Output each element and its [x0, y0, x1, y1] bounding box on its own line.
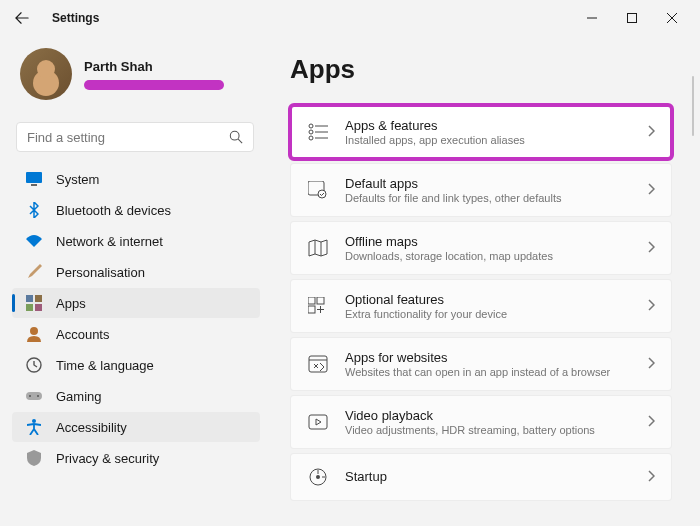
video-icon [307, 411, 329, 433]
default-apps-icon [307, 179, 329, 201]
svg-point-1 [230, 131, 239, 140]
card-optional-features[interactable]: Optional features Extra functionality fo… [290, 279, 672, 333]
card-offline-maps[interactable]: Offline maps Downloads, storage location… [290, 221, 672, 275]
sidebar-item-bluetooth[interactable]: Bluetooth & devices [12, 195, 260, 225]
card-body: Optional features Extra functionality fo… [345, 292, 631, 320]
maximize-icon [627, 13, 637, 23]
apps-websites-icon [307, 353, 329, 375]
main-panel: Apps Apps & features Installed apps, app… [262, 36, 700, 526]
card-body: Apps & features Installed apps, app exec… [345, 118, 631, 146]
back-arrow-icon [15, 11, 29, 25]
profile-info: Parth Shah [84, 59, 224, 90]
sidebar-item-label: Accounts [56, 327, 109, 342]
svg-rect-3 [31, 184, 37, 186]
card-title: Default apps [345, 176, 631, 191]
cards-list: Apps & features Installed apps, app exec… [290, 105, 672, 501]
search-icon [229, 130, 243, 144]
card-title: Apps & features [345, 118, 631, 133]
card-sub: Video adjustments, HDR streaming, batter… [345, 424, 631, 436]
apps-features-icon [307, 121, 329, 143]
svg-rect-4 [26, 295, 33, 302]
card-body: Startup [345, 469, 631, 485]
search-box[interactable] [16, 122, 254, 152]
svg-point-14 [309, 124, 313, 128]
system-icon [26, 171, 42, 187]
card-apps-websites[interactable]: Apps for websites Websites that can open… [290, 337, 672, 391]
card-sub: Installed apps, app execution aliases [345, 134, 631, 146]
minimize-icon [587, 13, 597, 23]
sidebar-item-label: Network & internet [56, 234, 163, 249]
sidebar-item-label: Time & language [56, 358, 154, 373]
svg-point-11 [29, 395, 31, 397]
window-controls [572, 2, 692, 34]
sidebar-item-privacy[interactable]: Privacy & security [12, 443, 260, 473]
svg-rect-20 [317, 297, 324, 304]
nav-list: System Bluetooth & devices Network & int… [12, 164, 260, 473]
svg-rect-10 [26, 392, 42, 400]
scrollbar[interactable] [692, 76, 694, 136]
card-startup[interactable]: Startup [290, 453, 672, 501]
card-body: Apps for websites Websites that can open… [345, 350, 631, 378]
card-sub: Defaults for file and link types, other … [345, 192, 631, 204]
accessibility-icon [26, 419, 42, 435]
chevron-right-icon [647, 297, 655, 315]
card-title: Startup [345, 469, 631, 484]
optional-features-icon [307, 295, 329, 317]
chevron-right-icon [647, 413, 655, 431]
startup-icon [307, 466, 329, 488]
sidebar-item-accessibility[interactable]: Accessibility [12, 412, 260, 442]
card-title: Video playback [345, 408, 631, 423]
card-video-playback[interactable]: Video playback Video adjustments, HDR st… [290, 395, 672, 449]
sidebar-item-label: Gaming [56, 389, 102, 404]
profile-name: Parth Shah [84, 59, 224, 74]
sidebar-item-gaming[interactable]: Gaming [12, 381, 260, 411]
card-apps-features[interactable]: Apps & features Installed apps, app exec… [290, 105, 672, 159]
back-button[interactable] [8, 4, 36, 32]
card-title: Offline maps [345, 234, 631, 249]
titlebar-left: Settings [8, 4, 99, 32]
content: Parth Shah System Bluetooth & devices [0, 36, 700, 526]
settings-window: Settings Parth Shah [0, 0, 700, 526]
profile[interactable]: Parth Shah [12, 44, 260, 112]
minimize-button[interactable] [572, 2, 612, 34]
svg-point-25 [316, 475, 320, 479]
sidebar-item-label: Accessibility [56, 420, 127, 435]
accounts-icon [26, 326, 42, 342]
svg-rect-5 [35, 295, 42, 302]
brush-icon [26, 264, 42, 280]
chevron-right-icon [647, 239, 655, 257]
sidebar-item-network[interactable]: Network & internet [12, 226, 260, 256]
time-icon [26, 357, 42, 373]
sidebar-item-label: System [56, 172, 99, 187]
card-body: Default apps Defaults for file and link … [345, 176, 631, 204]
svg-rect-2 [26, 172, 42, 183]
svg-rect-0 [628, 14, 637, 23]
chevron-right-icon [647, 123, 655, 141]
sidebar-item-system[interactable]: System [12, 164, 260, 194]
sidebar: Parth Shah System Bluetooth & devices [0, 36, 262, 526]
card-sub: Websites that can open in an app instead… [345, 366, 631, 378]
profile-email-redacted [84, 80, 224, 90]
card-body: Offline maps Downloads, storage location… [345, 234, 631, 262]
wifi-icon [26, 233, 42, 249]
apps-icon [26, 295, 42, 311]
sidebar-item-personalisation[interactable]: Personalisation [12, 257, 260, 287]
svg-rect-19 [308, 297, 315, 304]
svg-rect-21 [308, 306, 315, 313]
titlebar: Settings [0, 0, 700, 36]
sidebar-item-accounts[interactable]: Accounts [12, 319, 260, 349]
svg-rect-23 [309, 415, 327, 429]
sidebar-item-label: Apps [56, 296, 86, 311]
sidebar-item-time[interactable]: Time & language [12, 350, 260, 380]
sidebar-item-label: Personalisation [56, 265, 145, 280]
sidebar-item-apps[interactable]: Apps [12, 288, 260, 318]
search-input[interactable] [27, 130, 221, 145]
card-sub: Extra functionality for your device [345, 308, 631, 320]
card-default-apps[interactable]: Default apps Defaults for file and link … [290, 163, 672, 217]
svg-point-18 [318, 190, 326, 198]
close-button[interactable] [652, 2, 692, 34]
window-title: Settings [52, 11, 99, 25]
maximize-button[interactable] [612, 2, 652, 34]
card-title: Apps for websites [345, 350, 631, 365]
card-sub: Downloads, storage location, map updates [345, 250, 631, 262]
